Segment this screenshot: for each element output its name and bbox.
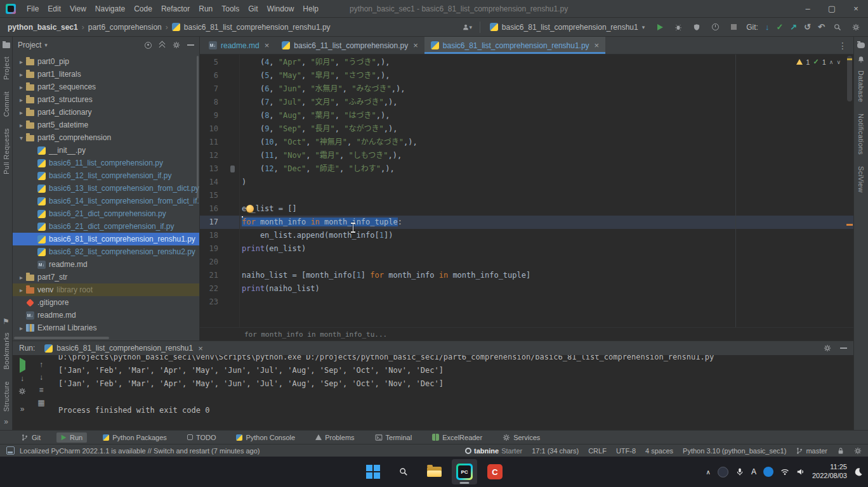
- vcs-user-icon[interactable]: ▾: [461, 22, 473, 33]
- editor-tab[interactable]: readme.md×: [202, 37, 275, 54]
- status-message[interactable]: Localized PyCharm 2022.1.1 is available …: [20, 447, 260, 455]
- taskbar-clock[interactable]: 11:25 2022/08/03: [812, 463, 847, 481]
- indent-style[interactable]: 4 spaces: [645, 447, 673, 455]
- tree-item[interactable]: ▸part5_datetime: [13, 119, 199, 131]
- project-horizontal-scrollbar[interactable]: [14, 337, 109, 339]
- tabs-options-icon[interactable]: ⋮: [832, 41, 853, 51]
- tree-item[interactable]: __init__.py: [13, 144, 199, 157]
- tree-item[interactable]: readme.md: [13, 258, 199, 271]
- project-vertical-scrollbar[interactable]: [197, 56, 199, 198]
- toolbar-more-icon[interactable]: »: [20, 405, 25, 413]
- run-button[interactable]: [654, 22, 666, 33]
- clear-console-icon[interactable]: ▦: [37, 399, 44, 406]
- caret-position[interactable]: 17:1 (34 chars): [532, 447, 579, 455]
- tree-item[interactable]: ▸part1_literals: [13, 68, 199, 81]
- toolwindow-button-excelreader[interactable]: ExcelReader: [428, 432, 487, 443]
- scroll-down-icon[interactable]: ↓: [20, 375, 24, 382]
- file-explorer-button[interactable]: [421, 459, 447, 484]
- tray-blue-app-icon[interactable]: [763, 467, 773, 477]
- select-opened-file-icon[interactable]: [145, 42, 152, 49]
- collapse-all-icon[interactable]: [159, 42, 166, 49]
- menu-refactor[interactable]: Refactor: [157, 4, 194, 13]
- stop-button[interactable]: [728, 22, 739, 33]
- tree-item[interactable]: readme.md: [13, 309, 199, 321]
- line-separator[interactable]: CRLF: [588, 447, 607, 455]
- volume-icon[interactable]: [796, 467, 805, 476]
- tree-item[interactable]: ▸part4_dictionary: [13, 106, 199, 119]
- breadcrumb-item[interactable]: part6_comprehension: [87, 23, 163, 32]
- focus-assist-moon-icon[interactable]: [854, 467, 863, 476]
- menu-edit[interactable]: Edit: [43, 4, 65, 13]
- tree-item[interactable]: ▸part2_sequences: [13, 81, 199, 93]
- tree-item[interactable]: basic6_13_list_comprehension_from_dict.p…: [13, 182, 199, 195]
- menu-window[interactable]: Window: [263, 4, 299, 13]
- toolwindow-button-run[interactable]: Run: [56, 432, 87, 443]
- microphone-icon[interactable]: [735, 467, 744, 476]
- tree-item[interactable]: basic6_82_list_comprehension_renshu2.py: [13, 245, 199, 258]
- close-button[interactable]: ×: [844, 0, 868, 17]
- menu-git[interactable]: Git: [244, 4, 262, 13]
- tree-item[interactable]: basic6_14_list_comprehension_from_dict_i…: [13, 195, 199, 207]
- tree-item[interactable]: basic6_11_list_comprehension.py: [13, 157, 199, 169]
- editor-scrollbar-thumb[interactable]: [847, 56, 852, 101]
- editor-tab[interactable]: basic6_11_list_comprehension.py×: [275, 37, 424, 54]
- notifications-bell-icon[interactable]: [857, 55, 865, 63]
- red-c-app-button[interactable]: C: [482, 459, 508, 484]
- tree-item[interactable]: basic6_21_dict_comprehension_if.py: [13, 220, 199, 233]
- tree-item[interactable]: ▸part0_pip: [13, 55, 199, 68]
- toolwindow-switcher-icon[interactable]: [6, 446, 15, 455]
- tree-item[interactable]: basic6_12_list_comprehension_if.py: [13, 169, 199, 182]
- panel-settings-icon[interactable]: [173, 41, 180, 49]
- stripe-button-pull-requests[interactable]: Pull Requests: [3, 128, 10, 174]
- console-output[interactable]: D:\projects\python_basic_sec1\venv\Scrip…: [51, 355, 853, 430]
- tree-item[interactable]: ▸External Libraries: [13, 321, 199, 334]
- tree-item[interactable]: basic6_21_dict_comprehension.py: [13, 207, 199, 220]
- up-stack-icon[interactable]: ↑: [39, 361, 43, 368]
- tree-item[interactable]: ▸part7_str: [13, 271, 199, 283]
- breadcrumb-item[interactable]: python_basic_sec1: [6, 23, 79, 32]
- search-everywhere-button[interactable]: [832, 22, 843, 33]
- stripe-button-commit[interactable]: Commit: [3, 91, 10, 117]
- ime-indicator[interactable]: A: [751, 467, 756, 476]
- tree-item[interactable]: basic6_81_list_comprehension_renshu1.py: [13, 233, 199, 245]
- stripe-button-notifications[interactable]: Notifications: [857, 114, 865, 155]
- python-interpreter[interactable]: Python 3.10 (python_basic_sec1): [683, 447, 786, 455]
- context-hint-text[interactable]: for month_info in month_info_tu...: [244, 328, 387, 341]
- project-panel-title[interactable]: Project: [18, 41, 41, 49]
- run-settings-icon[interactable]: [824, 344, 831, 352]
- status-settings-icon[interactable]: [854, 447, 862, 455]
- lock-icon[interactable]: [837, 447, 845, 455]
- search-button[interactable]: [391, 459, 416, 484]
- menu-navigate[interactable]: Navigate: [91, 4, 129, 13]
- tray-app-icon[interactable]: [718, 467, 728, 477]
- update-project-button[interactable]: ↓: [765, 22, 770, 32]
- down-stack-icon[interactable]: ↓: [39, 373, 43, 381]
- code-lines[interactable]: (4, "Apr", "卯月", "うづき",), (5, "May", "皐月…: [240, 55, 853, 327]
- inspections-widget[interactable]: 1 ✓ 1 ∧ ∨: [796, 58, 841, 66]
- menu-tools[interactable]: Tools: [217, 4, 244, 13]
- wifi-icon[interactable]: [780, 467, 789, 476]
- breadcrumb-item[interactable]: basic6_81_list_comprehension_renshu1.py: [183, 23, 332, 32]
- stripe-more-icon[interactable]: »: [4, 417, 8, 426]
- rerun-button[interactable]: [20, 361, 25, 370]
- debug-button[interactable]: [673, 22, 684, 33]
- error-stripe[interactable]: [846, 55, 853, 327]
- close-tab-icon[interactable]: ×: [265, 41, 270, 50]
- run-tab[interactable]: basic6_81_list_comprehension_renshu1 ×: [41, 341, 206, 355]
- editor-tab[interactable]: basic6_81_list_comprehension_renshu1.py×: [424, 37, 605, 54]
- toolwindow-button-terminal[interactable]: Terminal: [371, 432, 417, 443]
- stripe-button-structure[interactable]: Structure: [3, 381, 10, 412]
- hide-panel-icon[interactable]: [187, 44, 194, 46]
- stripe-button-sciview[interactable]: SciView: [857, 166, 865, 193]
- chevron-down-icon[interactable]: ▾: [44, 42, 48, 48]
- tree-item[interactable]: ▸part3_structures: [13, 93, 199, 106]
- close-tab-icon[interactable]: ×: [595, 41, 600, 50]
- tree-item[interactable]: .gitignore: [13, 296, 199, 309]
- toolwindow-button-python-packages[interactable]: Python Packages: [98, 432, 171, 443]
- close-tab-icon[interactable]: ×: [413, 41, 418, 50]
- menu-run[interactable]: Run: [194, 4, 217, 13]
- run-wrench-icon[interactable]: [18, 387, 26, 395]
- toolwindow-button-services[interactable]: Services: [498, 432, 544, 443]
- menu-file[interactable]: File: [22, 4, 43, 13]
- intention-bulb-icon[interactable]: [246, 205, 254, 212]
